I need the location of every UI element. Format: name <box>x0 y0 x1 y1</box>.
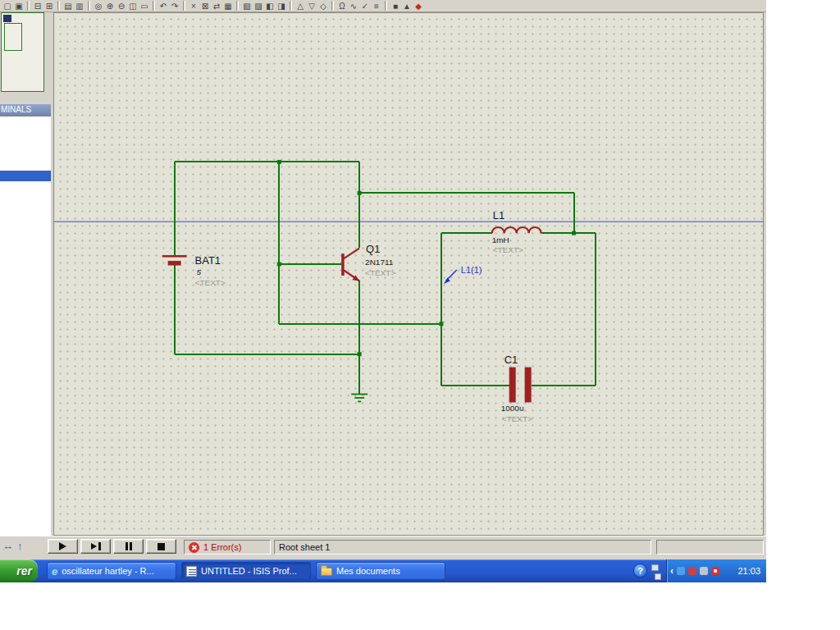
taskbar: rer e oscillateur hartley - R... UNTITLE… <box>0 559 766 582</box>
rotate-icon[interactable]: ↑ <box>17 540 23 553</box>
error-count: 1 Error(s) <box>203 542 241 552</box>
task-label: UNTITLED - ISIS Prof... <box>201 566 297 576</box>
sheet-status: Root sheet 1 <box>279 542 330 552</box>
zoom-area-icon[interactable]: ▭ <box>139 0 150 11</box>
object-selector-header[interactable]: MINALS <box>0 104 51 116</box>
electrical-check-icon[interactable]: ◆ <box>413 0 424 11</box>
block-copy-icon[interactable]: ▦ <box>222 0 234 11</box>
step-button[interactable] <box>80 539 111 554</box>
stop-button[interactable] <box>146 539 176 554</box>
decompose-icon[interactable]: ◇ <box>317 0 329 11</box>
status-panel-right <box>656 540 764 555</box>
circuit-svg[interactable]: BAT1 5 <TEXT> Q1 2N1711 <TEXT> L1 1mH <T… <box>54 13 763 535</box>
paste-icon[interactable]: ⇄ <box>211 0 222 11</box>
wires[interactable] <box>175 162 596 394</box>
folder-icon <box>321 568 332 576</box>
task-label: Mes documents <box>336 566 400 576</box>
zoom-out-icon[interactable]: ⊖ <box>116 0 127 11</box>
probe-label[interactable]: L1(1) <box>461 265 482 275</box>
design-explorer-icon[interactable]: ≡ <box>371 0 382 11</box>
capacitor-value-label[interactable]: 1000u <box>501 404 524 413</box>
toolbar-separator <box>236 1 239 11</box>
language-bar-icon[interactable] <box>651 564 659 571</box>
taskbar-task-browser[interactable]: e oscillateur hartley - R... <box>47 562 176 580</box>
packaging-icon[interactable]: ▽ <box>306 0 317 11</box>
pan-icon[interactable]: ◎ <box>93 0 104 11</box>
object-selector-list[interactable] <box>0 116 51 537</box>
selected-terminal-row[interactable] <box>0 171 51 181</box>
remove-sheet-icon[interactable]: ▲ <box>401 0 413 11</box>
error-icon <box>189 542 199 553</box>
tray-icon-1[interactable] <box>677 567 685 575</box>
undo-icon[interactable]: ↶ <box>158 0 169 11</box>
inductor-text-placeholder: <TEXT> <box>493 245 523 254</box>
cut-icon[interactable]: × <box>188 0 199 11</box>
copy-icon[interactable]: ⊠ <box>199 0 211 11</box>
taskbar-task-documents[interactable]: Mes documents <box>316 562 445 580</box>
load-design-icon[interactable]: ▣ <box>13 0 25 11</box>
print-icon[interactable]: ▥ <box>74 0 85 11</box>
toolbar-separator <box>27 1 30 11</box>
inductor-ref-label[interactable]: L1 <box>493 209 504 221</box>
schematic-canvas[interactable]: BAT1 5 <TEXT> Q1 2N1711 <TEXT> L1 1mH <T… <box>53 12 764 536</box>
search-tag-icon[interactable]: ∿ <box>348 0 359 11</box>
new-sheet-icon[interactable]: ■ <box>390 0 401 11</box>
play-button[interactable] <box>48 539 78 554</box>
tray-icon-2[interactable] <box>688 567 696 575</box>
overview-viewport <box>4 23 22 51</box>
help-icon[interactable]: ? <box>633 564 647 578</box>
taskbar-clock[interactable]: 21:03 <box>737 566 760 576</box>
zoom-all-icon[interactable]: ◫ <box>127 0 139 11</box>
ground-symbol[interactable] <box>351 395 368 402</box>
isis-window: ▢ ▣ ⊟ ⊞ ▤ ▥ ◎ ⊕ ⊖ ◫ ▭ ↶ ↷ × ⊠ ⇄ ▦ ▧ ▨ ◧ <box>0 0 766 582</box>
play-icon <box>59 542 66 550</box>
inductor-value-label[interactable]: 1mH <box>492 235 509 244</box>
inductor-symbol[interactable] <box>492 227 541 233</box>
capacitor-symbol[interactable] <box>509 368 532 403</box>
tray-icon-volume[interactable] <box>700 567 708 575</box>
autorouter-icon[interactable]: Ω <box>336 0 348 11</box>
export-icon[interactable]: ▤ <box>62 0 74 11</box>
bottom-bar: ↔ ↑ 1 Error(s) Root sheet 1 <box>0 536 766 557</box>
toolbar-separator <box>331 1 334 11</box>
start-button[interactable]: rer <box>0 559 38 582</box>
battery-symbol[interactable] <box>162 255 187 265</box>
voltage-probe[interactable] <box>444 270 457 284</box>
notification-mini-icon[interactable] <box>655 573 661 580</box>
redo-icon[interactable]: ↷ <box>169 0 180 11</box>
overview-window[interactable] <box>1 12 44 92</box>
toolbar-separator <box>88 1 90 11</box>
save-design-icon[interactable]: ⊟ <box>32 0 43 11</box>
transistor-text-placeholder: <TEXT> <box>365 268 395 277</box>
pick-device-icon[interactable]: ◨ <box>276 0 287 11</box>
transistor-symbol[interactable] <box>341 249 359 281</box>
tray-icon-alert[interactable] <box>711 567 719 575</box>
new-design-icon[interactable]: ▢ <box>2 0 13 11</box>
property-assign-icon[interactable]: ✓ <box>359 0 371 11</box>
pause-button[interactable] <box>113 539 144 554</box>
toolbar-separator <box>57 1 60 11</box>
zoom-in-icon[interactable]: ⊕ <box>104 0 116 11</box>
battery-ref-label[interactable]: BAT1 <box>195 254 221 267</box>
sidebar: MINALS <box>0 12 51 537</box>
tray-chevron-icon[interactable]: ‹ <box>670 565 673 577</box>
toolbar-separator <box>290 1 292 11</box>
mirror-icon[interactable]: ↔ <box>2 540 13 553</box>
block-delete-icon[interactable]: ◧ <box>264 0 276 11</box>
error-panel[interactable]: 1 Error(s) <box>184 540 271 555</box>
isis-app-icon <box>186 566 197 577</box>
taskbar-task-isis[interactable]: UNTITLED - ISIS Prof... <box>181 562 311 580</box>
transistor-value-label[interactable]: 2N1711 <box>365 258 394 267</box>
capacitor-text-placeholder: <TEXT> <box>502 414 532 423</box>
orientation-controls: ↔ ↑ <box>2 540 23 553</box>
block-move-icon[interactable]: ▧ <box>241 0 253 11</box>
transistor-ref-label[interactable]: Q1 <box>366 243 380 255</box>
block-rotate-icon[interactable]: ▨ <box>253 0 264 11</box>
overview-sheet-mark <box>3 15 11 22</box>
make-device-icon[interactable]: △ <box>294 0 306 11</box>
import-icon[interactable]: ⊞ <box>43 0 55 11</box>
simulation-controls <box>48 539 179 554</box>
step-bar-icon <box>98 542 101 550</box>
capacitor-ref-label[interactable]: C1 <box>504 354 518 366</box>
battery-value-label[interactable]: 5 <box>197 267 202 276</box>
